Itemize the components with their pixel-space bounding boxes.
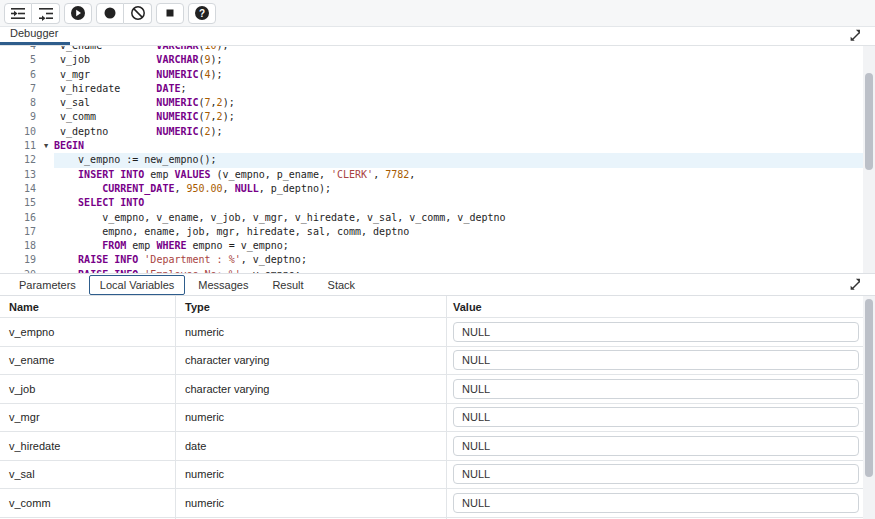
code-line[interactable]: 17 empno, ename, job, mgr, hiredate, sal… bbox=[0, 225, 863, 239]
toolbar-button-group bbox=[4, 3, 60, 24]
line-number[interactable]: 6 bbox=[0, 68, 38, 82]
line-number[interactable]: 9 bbox=[0, 110, 38, 124]
variable-name-cell: v_ename bbox=[0, 347, 176, 375]
code-line[interactable]: 19 RAISE INFO 'Department : %', v_deptno… bbox=[0, 253, 863, 267]
line-number[interactable]: 5 bbox=[0, 53, 38, 67]
fold-gutter bbox=[38, 225, 54, 239]
panel-tab-bar: ParametersLocal VariablesMessagesResultS… bbox=[0, 274, 875, 296]
svg-text:?: ? bbox=[199, 8, 205, 19]
variable-value-input[interactable] bbox=[453, 436, 859, 456]
code-lines: 4 v_ename VARCHAR(10);5 v_job VARCHAR(9)… bbox=[0, 46, 863, 274]
step-into-button[interactable] bbox=[4, 3, 32, 24]
help-button[interactable]: ? bbox=[188, 3, 216, 24]
clear-breakpoints-icon bbox=[130, 5, 146, 21]
code-text: v_job VARCHAR(9); bbox=[54, 53, 863, 67]
line-number[interactable]: 12 bbox=[0, 153, 38, 167]
code-line[interactable]: 13 INSERT INTO emp VALUES (v_empno, p_en… bbox=[0, 168, 863, 182]
line-number[interactable]: 18 bbox=[0, 239, 38, 253]
expand-editor-icon[interactable] bbox=[849, 29, 863, 43]
toolbar-button-group: ? bbox=[188, 3, 216, 24]
step-over-button[interactable] bbox=[32, 3, 60, 24]
code-line[interactable]: 5 v_job VARCHAR(9); bbox=[0, 53, 863, 67]
code-line[interactable]: 15 SELECT INTO bbox=[0, 196, 863, 210]
line-number[interactable]: 14 bbox=[0, 182, 38, 196]
variable-value-cell bbox=[447, 489, 863, 517]
variable-value-input[interactable] bbox=[453, 493, 859, 513]
variable-value-cell bbox=[447, 318, 863, 346]
debugger-window: ? Debugger 4 v_ename VARCHAR(10);5 v_job… bbox=[0, 0, 875, 519]
code-line[interactable]: 6 v_mgr NUMERIC(4); bbox=[0, 68, 863, 82]
code-line[interactable]: 18 FROM emp WHERE empno = v_empno; bbox=[0, 239, 863, 253]
code-text: empno, ename, job, mgr, hiredate, sal, c… bbox=[54, 225, 863, 239]
line-number[interactable]: 19 bbox=[0, 253, 38, 267]
tab-messages[interactable]: Messages bbox=[187, 275, 259, 295]
code-line[interactable]: 8 v_sal NUMERIC(7,2); bbox=[0, 96, 863, 110]
expand-panel-icon[interactable] bbox=[849, 278, 863, 292]
code-line[interactable]: 10 v_deptno NUMERIC(2); bbox=[0, 125, 863, 139]
grid-scrollbar[interactable] bbox=[863, 296, 875, 519]
variable-type-cell: character varying bbox=[176, 375, 447, 403]
grid-scrollbar-thumb[interactable] bbox=[865, 299, 873, 477]
tab-local-variables[interactable]: Local Variables bbox=[89, 275, 185, 295]
column-header-value[interactable]: Value bbox=[447, 296, 863, 317]
fold-gutter bbox=[38, 168, 54, 182]
code-line[interactable]: 4 v_ename VARCHAR(10); bbox=[0, 46, 863, 53]
line-number[interactable]: 7 bbox=[0, 82, 38, 96]
line-number[interactable]: 11 bbox=[0, 139, 38, 153]
table-row: v_commnumeric bbox=[0, 489, 863, 518]
fold-gutter bbox=[38, 68, 54, 82]
table-row: v_hiredatedate bbox=[0, 432, 863, 461]
toggle-breakpoint-button[interactable] bbox=[96, 3, 124, 24]
variable-value-cell bbox=[447, 432, 863, 460]
clear-all-breakpoints-button[interactable] bbox=[124, 3, 152, 24]
variable-value-cell bbox=[447, 375, 863, 403]
fold-arrow-icon[interactable]: ▼ bbox=[38, 139, 54, 153]
column-header-type[interactable]: Type bbox=[176, 296, 447, 317]
line-number[interactable]: 16 bbox=[0, 211, 38, 225]
local-variables-rows: NameTypeValuev_empnonumericv_enamecharac… bbox=[0, 296, 863, 519]
continue-button[interactable] bbox=[64, 3, 92, 24]
variable-value-input[interactable] bbox=[453, 407, 859, 427]
fold-gutter bbox=[38, 211, 54, 225]
fold-gutter bbox=[38, 239, 54, 253]
variable-value-input[interactable] bbox=[453, 350, 859, 370]
line-number[interactable]: 8 bbox=[0, 96, 38, 110]
code-line[interactable]: 12 v_empno := new_empno(); bbox=[0, 153, 863, 167]
line-number[interactable]: 17 bbox=[0, 225, 38, 239]
fold-gutter bbox=[38, 125, 54, 139]
variable-type-cell: numeric bbox=[176, 489, 447, 517]
code-text: CURRENT_DATE, 950.00, NULL, p_deptno); bbox=[54, 182, 863, 196]
code-editor[interactable]: 4 v_ename VARCHAR(10);5 v_job VARCHAR(9)… bbox=[0, 46, 875, 274]
variable-name-cell: v_comm bbox=[0, 489, 176, 517]
code-line[interactable]: 16 v_empno, v_ename, v_job, v_mgr, v_hir… bbox=[0, 211, 863, 225]
code-text: v_ename VARCHAR(10); bbox=[54, 46, 863, 53]
code-line[interactable]: 14 CURRENT_DATE, 950.00, NULL, p_deptno)… bbox=[0, 182, 863, 196]
variable-value-input[interactable] bbox=[453, 379, 859, 399]
line-number[interactable]: 4 bbox=[0, 46, 38, 53]
variable-value-cell bbox=[447, 347, 863, 375]
stop-button[interactable] bbox=[156, 3, 184, 24]
code-line[interactable]: 11▼BEGIN bbox=[0, 139, 863, 153]
fold-gutter bbox=[38, 82, 54, 96]
tab-result[interactable]: Result bbox=[261, 275, 314, 295]
code-line[interactable]: 7 v_hiredate DATE; bbox=[0, 82, 863, 96]
code-text: SELECT INTO bbox=[54, 196, 863, 210]
column-header-name[interactable]: Name bbox=[0, 296, 176, 317]
tab-parameters[interactable]: Parameters bbox=[8, 275, 87, 295]
editor-scrollbar-thumb[interactable] bbox=[865, 73, 873, 170]
code-text: v_empno, v_ename, v_job, v_mgr, v_hireda… bbox=[54, 211, 863, 225]
line-number[interactable]: 15 bbox=[0, 196, 38, 210]
code-text: v_deptno NUMERIC(2); bbox=[54, 125, 863, 139]
editor-scrollbar[interactable] bbox=[863, 46, 875, 273]
help-icon: ? bbox=[194, 5, 210, 21]
stop-icon bbox=[164, 7, 176, 19]
line-number[interactable]: 13 bbox=[0, 168, 38, 182]
tab-stack[interactable]: Stack bbox=[317, 275, 367, 295]
tab-debugger[interactable]: Debugger bbox=[0, 25, 70, 45]
variable-type-cell: character varying bbox=[176, 347, 447, 375]
code-line[interactable]: 9 v_comm NUMERIC(7,2); bbox=[0, 110, 863, 124]
line-number[interactable]: 10 bbox=[0, 125, 38, 139]
editor-tab-bar: Debugger bbox=[0, 27, 875, 46]
variable-value-input[interactable] bbox=[453, 464, 859, 484]
variable-value-input[interactable] bbox=[453, 322, 859, 342]
